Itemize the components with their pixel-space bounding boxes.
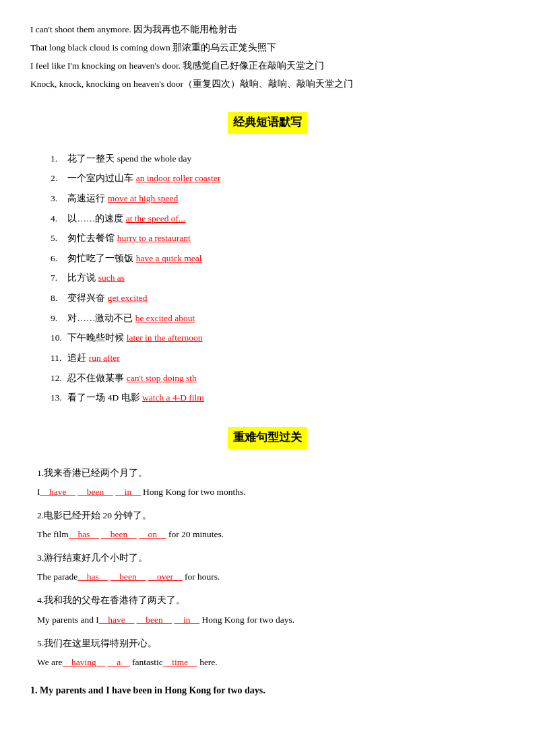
intro-line-3: I feel like I'm knocking on heaven's doo…: [30, 57, 505, 75]
en-sentence-2: The film__has__ __been__ __on__ for 20 m…: [37, 525, 505, 543]
list-item: 3. 高速运行 move at high speed: [51, 190, 505, 207]
item-num: 5.: [51, 230, 65, 247]
item-en: at the speed of...: [126, 213, 185, 224]
list-item: 5. 匆忙去餐馆 hurry to a restaurant: [51, 230, 505, 247]
item-zh: 一个室内过山车: [67, 173, 135, 183]
sentence-block-2: 2.电影已经开始 20 分钟了。 The film__has__ __been_…: [37, 508, 505, 543]
item-num: 12.: [51, 370, 65, 387]
item-zh: 高速运行: [67, 193, 107, 203]
zh-sentence-2: 2.电影已经开始 20 分钟了。: [37, 508, 505, 524]
list-item: 10. 下午晚些时候 later in the afternoon: [51, 329, 505, 347]
en-sentence-3: The parade__has__ __been__ __over__ for …: [37, 568, 505, 586]
item-num: 1.: [51, 150, 65, 168]
item-en: move at high speed: [108, 193, 179, 203]
list-item: 9. 对……激动不已 be excited about: [51, 310, 505, 327]
en-sentence-1: I__have__ __been__ __in__ Hong Kong for …: [37, 483, 505, 501]
sentence-block-1: 1.我来香港已经两个月了。 I__have__ __been__ __in__ …: [37, 465, 505, 501]
item-en: can't stop doing sth: [127, 373, 197, 383]
item-zh: 变得兴奋: [67, 293, 107, 303]
item-num: 3.: [51, 190, 65, 207]
list-item: 7. 比方说 such as: [51, 269, 505, 287]
list-item: 11. 追赶 run after: [51, 349, 505, 367]
item-zh: 对……激动不已: [67, 313, 135, 323]
item-en: spend the whole day: [117, 153, 192, 164]
item-num: 8.: [51, 289, 65, 307]
sentence-block-3: 3.游行结束好几个小时了。 The parade__has__ __been__…: [37, 550, 505, 586]
item-zh: 忍不住做某事: [67, 373, 126, 383]
item-num: 4.: [51, 210, 65, 228]
zh-sentence-5: 5.我们在这里玩得特别开心。: [37, 635, 505, 652]
zh-sentence-3: 3.游行结束好几个小时了。: [37, 550, 505, 566]
en-sentence-5: We are__having__ __a__ fantastic__time__…: [37, 653, 505, 671]
item-num: 2.: [51, 170, 65, 187]
item-zh: 下午晚些时候: [67, 333, 126, 343]
item-zh: 花了一整天: [67, 153, 117, 164]
sentence-block-4: 4.我和我的父母在香港待了两天了。 My parents and I__have…: [37, 592, 505, 628]
intro-line-2: That long black cloud is coming down 那浓重…: [30, 38, 505, 57]
sentence-blocks: 1.我来香港已经两个月了。 I__have__ __been__ __in__ …: [37, 465, 505, 671]
item-zh: 追赶: [67, 353, 88, 363]
item-zh: 比方说: [67, 273, 98, 283]
section2-title: 重难句型过关: [228, 427, 307, 449]
item-en: get excited: [108, 293, 148, 303]
intro-section: I can't shoot them anymore. 因为我再也不能用枪射击 …: [30, 20, 505, 93]
list-item: 12. 忍不住做某事 can't stop doing sth: [51, 370, 505, 387]
section1-title: 经典短语默写: [228, 112, 307, 134]
item-num: 6.: [51, 250, 65, 267]
item-num: 7.: [51, 269, 65, 287]
item-zh: 以……的速度: [67, 213, 125, 224]
item-zh: 匆忙去餐馆: [67, 233, 117, 243]
section1-header: 经典短语默写: [30, 105, 505, 143]
list-item: 4. 以……的速度 at the speed of...: [51, 210, 505, 228]
list-item: 2. 一个室内过山车 an indoor roller coaster: [51, 170, 505, 187]
sentence-block-5: 5.我们在这里玩得特别开心。 We are__having__ __a__ fa…: [37, 635, 505, 671]
item-en: hurry to a restaurant: [117, 233, 191, 243]
en-sentence-4: My parents and I__have__ __been__ __in__…: [37, 611, 505, 629]
item-num: 11.: [51, 349, 65, 367]
item-zh: 看了一场 4D 电影: [67, 392, 139, 403]
item-en: run after: [89, 353, 120, 363]
item-en: watch a 4-D film: [142, 392, 204, 403]
zh-sentence-1: 1.我来香港已经两个月了。: [37, 465, 505, 481]
item-en: later in the afternoon: [127, 333, 203, 343]
item-en: be excited about: [135, 313, 195, 323]
list-item: 8. 变得兴奋 get excited: [51, 289, 505, 307]
list-item: 13. 看了一场 4D 电影 watch a 4-D film: [51, 389, 505, 407]
list-item: 6. 匆忙吃了一顿饭 have a quick meal: [51, 250, 505, 267]
item-num: 9.: [51, 310, 65, 327]
item-en: an indoor roller coaster: [136, 173, 221, 183]
item-zh: 匆忙吃了一顿饭: [67, 253, 135, 263]
list-item: 1. 花了一整天 spend the whole day: [51, 150, 505, 168]
item-num: 13.: [51, 389, 65, 407]
item-en: such as: [98, 273, 125, 283]
item-en: have a quick meal: [136, 253, 202, 263]
intro-line-1: I can't shoot them anymore. 因为我再也不能用枪射击: [30, 20, 505, 38]
item-num: 10.: [51, 329, 65, 347]
phrase-list: 1. 花了一整天 spend the whole day 2. 一个室内过山车 …: [51, 150, 505, 407]
final-sentence: 1. My parents and I have been in Hong Ko…: [30, 682, 505, 699]
zh-sentence-4: 4.我和我的父母在香港待了两天了。: [37, 592, 505, 609]
intro-line-4: Knock, knock, knocking on heaven's door（…: [30, 75, 505, 93]
section2-header: 重难句型过关: [30, 420, 505, 458]
